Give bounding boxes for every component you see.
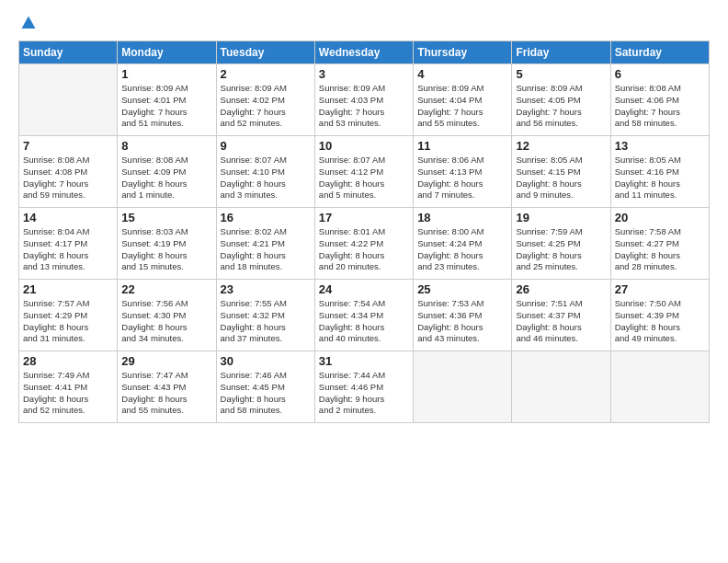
column-header-sunday: Sunday	[19, 41, 118, 64]
calendar-cell: 19Sunrise: 7:59 AM Sunset: 4:25 PM Dayli…	[512, 208, 610, 280]
column-header-wednesday: Wednesday	[314, 41, 413, 64]
calendar-cell: 9Sunrise: 8:07 AM Sunset: 4:10 PM Daylig…	[216, 136, 314, 208]
day-info: Sunrise: 8:09 AM Sunset: 4:01 PM Dayligh…	[121, 83, 211, 130]
calendar-cell: 21Sunrise: 7:57 AM Sunset: 4:29 PM Dayli…	[19, 280, 118, 351]
day-number: 22	[121, 282, 211, 296]
day-info: Sunrise: 7:59 AM Sunset: 4:25 PM Dayligh…	[516, 226, 606, 273]
day-number: 26	[516, 282, 606, 296]
calendar-cell: 13Sunrise: 8:05 AM Sunset: 4:16 PM Dayli…	[610, 136, 709, 208]
column-header-monday: Monday	[118, 41, 216, 64]
day-number: 9	[221, 139, 311, 153]
calendar-week-4: 21Sunrise: 7:57 AM Sunset: 4:29 PM Dayli…	[19, 280, 710, 351]
day-info: Sunrise: 8:06 AM Sunset: 4:13 PM Dayligh…	[417, 155, 507, 201]
day-number: 14	[23, 211, 113, 224]
logo-icon	[20, 15, 37, 31]
day-info: Sunrise: 7:55 AM Sunset: 4:32 PM Dayligh…	[221, 298, 311, 345]
calendar-cell: 6Sunrise: 8:08 AM Sunset: 4:06 PM Daylig…	[610, 64, 709, 136]
day-info: Sunrise: 8:01 AM Sunset: 4:22 PM Dayligh…	[319, 226, 409, 273]
column-header-tuesday: Tuesday	[216, 41, 314, 64]
day-info: Sunrise: 8:05 AM Sunset: 4:16 PM Dayligh…	[615, 155, 705, 201]
calendar-cell: 7Sunrise: 8:08 AM Sunset: 4:08 PM Daylig…	[19, 136, 118, 208]
day-info: Sunrise: 7:47 AM Sunset: 4:43 PM Dayligh…	[121, 370, 211, 417]
calendar-cell: 4Sunrise: 8:09 AM Sunset: 4:04 PM Daylig…	[414, 64, 512, 136]
calendar-cell: 14Sunrise: 8:04 AM Sunset: 4:17 PM Dayli…	[19, 208, 118, 280]
calendar-cell: 8Sunrise: 8:08 AM Sunset: 4:09 PM Daylig…	[118, 136, 216, 208]
calendar-cell: 30Sunrise: 7:46 AM Sunset: 4:45 PM Dayli…	[216, 351, 314, 423]
svg-marker-0	[22, 17, 36, 29]
calendar-cell: 17Sunrise: 8:01 AM Sunset: 4:22 PM Dayli…	[314, 208, 413, 280]
calendar-cell: 23Sunrise: 7:55 AM Sunset: 4:32 PM Dayli…	[216, 280, 314, 351]
day-info: Sunrise: 8:05 AM Sunset: 4:15 PM Dayligh…	[516, 155, 606, 201]
day-number: 13	[615, 139, 705, 153]
day-number: 24	[319, 282, 409, 296]
calendar-cell	[19, 64, 118, 136]
calendar-cell: 10Sunrise: 8:07 AM Sunset: 4:12 PM Dayli…	[314, 136, 413, 208]
day-info: Sunrise: 7:53 AM Sunset: 4:36 PM Dayligh…	[417, 298, 507, 345]
day-number: 4	[417, 67, 507, 81]
day-number: 23	[221, 282, 311, 296]
day-info: Sunrise: 7:56 AM Sunset: 4:30 PM Dayligh…	[121, 298, 211, 345]
day-info: Sunrise: 8:07 AM Sunset: 4:12 PM Dayligh…	[319, 155, 409, 201]
day-info: Sunrise: 8:07 AM Sunset: 4:10 PM Dayligh…	[221, 155, 311, 201]
calendar-cell	[414, 351, 512, 423]
day-info: Sunrise: 7:46 AM Sunset: 4:45 PM Dayligh…	[221, 370, 311, 417]
day-info: Sunrise: 7:51 AM Sunset: 4:37 PM Dayligh…	[516, 298, 606, 345]
day-number: 19	[516, 211, 606, 224]
calendar-cell: 29Sunrise: 7:47 AM Sunset: 4:43 PM Dayli…	[118, 351, 216, 423]
calendar-cell: 18Sunrise: 8:00 AM Sunset: 4:24 PM Dayli…	[414, 208, 512, 280]
day-info: Sunrise: 8:08 AM Sunset: 4:09 PM Dayligh…	[121, 155, 211, 201]
day-info: Sunrise: 8:09 AM Sunset: 4:05 PM Dayligh…	[516, 83, 606, 130]
column-header-saturday: Saturday	[610, 41, 709, 64]
day-number: 21	[23, 282, 113, 296]
calendar-week-3: 14Sunrise: 8:04 AM Sunset: 4:17 PM Dayli…	[19, 208, 710, 280]
page: SundayMondayTuesdayWednesdayThursdayFrid…	[0, 0, 728, 563]
day-info: Sunrise: 8:00 AM Sunset: 4:24 PM Dayligh…	[417, 226, 507, 273]
day-info: Sunrise: 8:03 AM Sunset: 4:19 PM Dayligh…	[121, 226, 211, 273]
day-info: Sunrise: 8:02 AM Sunset: 4:21 PM Dayligh…	[221, 226, 311, 273]
day-number: 6	[615, 67, 705, 81]
calendar-cell: 26Sunrise: 7:51 AM Sunset: 4:37 PM Dayli…	[512, 280, 610, 351]
logo-text	[18, 15, 37, 31]
calendar-cell: 28Sunrise: 7:49 AM Sunset: 4:41 PM Dayli…	[19, 351, 118, 423]
logo	[18, 15, 37, 31]
day-number: 27	[615, 282, 705, 296]
day-info: Sunrise: 8:08 AM Sunset: 4:08 PM Dayligh…	[23, 155, 113, 201]
day-number: 1	[121, 67, 211, 81]
calendar-week-2: 7Sunrise: 8:08 AM Sunset: 4:08 PM Daylig…	[19, 136, 710, 208]
day-number: 2	[221, 67, 311, 81]
day-number: 12	[516, 139, 606, 153]
calendar-week-5: 28Sunrise: 7:49 AM Sunset: 4:41 PM Dayli…	[19, 351, 710, 423]
day-info: Sunrise: 7:54 AM Sunset: 4:34 PM Dayligh…	[319, 298, 409, 345]
day-info: Sunrise: 8:09 AM Sunset: 4:02 PM Dayligh…	[221, 83, 311, 130]
day-number: 17	[319, 211, 409, 224]
calendar-cell: 31Sunrise: 7:44 AM Sunset: 4:46 PM Dayli…	[314, 351, 413, 423]
calendar-cell: 1Sunrise: 8:09 AM Sunset: 4:01 PM Daylig…	[118, 64, 216, 136]
day-info: Sunrise: 8:09 AM Sunset: 4:04 PM Dayligh…	[417, 83, 507, 130]
calendar-cell	[512, 351, 610, 423]
day-info: Sunrise: 7:57 AM Sunset: 4:29 PM Dayligh…	[23, 298, 113, 345]
calendar-cell: 15Sunrise: 8:03 AM Sunset: 4:19 PM Dayli…	[118, 208, 216, 280]
calendar-cell: 16Sunrise: 8:02 AM Sunset: 4:21 PM Dayli…	[216, 208, 314, 280]
day-number: 25	[417, 282, 507, 296]
calendar-cell: 2Sunrise: 8:09 AM Sunset: 4:02 PM Daylig…	[216, 64, 314, 136]
header	[18, 15, 710, 31]
calendar-cell: 20Sunrise: 7:58 AM Sunset: 4:27 PM Dayli…	[610, 208, 709, 280]
day-info: Sunrise: 7:58 AM Sunset: 4:27 PM Dayligh…	[615, 226, 705, 273]
calendar-cell: 27Sunrise: 7:50 AM Sunset: 4:39 PM Dayli…	[610, 280, 709, 351]
day-number: 29	[121, 354, 211, 368]
calendar-week-1: 1Sunrise: 8:09 AM Sunset: 4:01 PM Daylig…	[19, 64, 710, 136]
calendar-cell: 5Sunrise: 8:09 AM Sunset: 4:05 PM Daylig…	[512, 64, 610, 136]
day-info: Sunrise: 8:09 AM Sunset: 4:03 PM Dayligh…	[319, 83, 409, 130]
calendar-cell: 11Sunrise: 8:06 AM Sunset: 4:13 PM Dayli…	[414, 136, 512, 208]
day-info: Sunrise: 8:04 AM Sunset: 4:17 PM Dayligh…	[23, 226, 113, 273]
day-number: 15	[121, 211, 211, 224]
day-number: 10	[319, 139, 409, 153]
day-info: Sunrise: 7:50 AM Sunset: 4:39 PM Dayligh…	[615, 298, 705, 345]
day-number: 3	[319, 67, 409, 81]
column-header-friday: Friday	[512, 41, 610, 64]
day-number: 8	[121, 139, 211, 153]
day-number: 30	[221, 354, 311, 368]
calendar-cell: 12Sunrise: 8:05 AM Sunset: 4:15 PM Dayli…	[512, 136, 610, 208]
calendar-cell: 25Sunrise: 7:53 AM Sunset: 4:36 PM Dayli…	[414, 280, 512, 351]
day-number: 7	[23, 139, 113, 153]
